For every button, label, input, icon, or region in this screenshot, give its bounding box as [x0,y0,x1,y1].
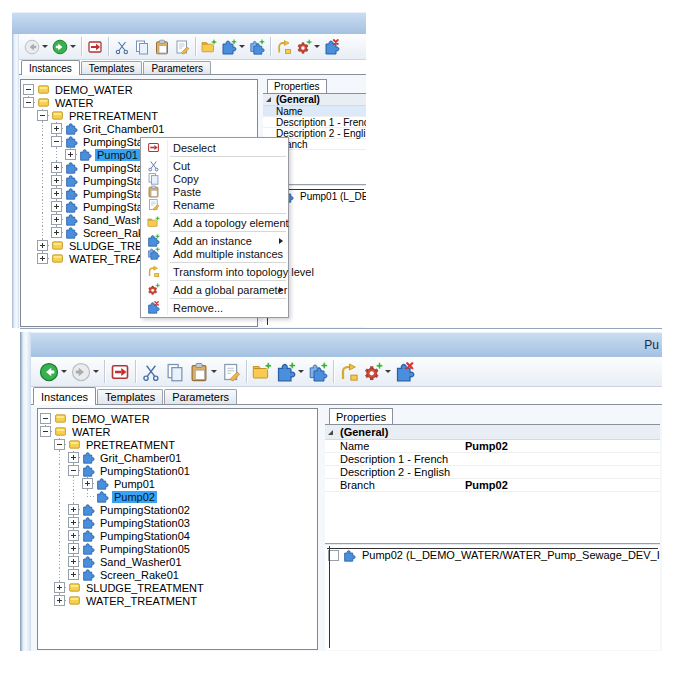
deselect-button[interactable] [85,38,105,56]
add-topology-element-button[interactable] [250,361,274,383]
expand-toggle-icon[interactable] [37,253,48,264]
add-global-parameter-button[interactable] [294,38,322,56]
expand-toggle-icon[interactable] [68,517,79,528]
tree-node-screen_rake01[interactable]: Screen_Rake01 [38,568,317,581]
property-row-description-1-french[interactable]: Description 1 - French [263,117,366,128]
tree-node-pumpingstation01[interactable]: PumpingStation01 [38,464,317,477]
forward-button[interactable] [50,38,78,56]
property-value[interactable]: Pump02 [465,479,660,491]
instance-reference-row[interactable]: Pump02 (L_DEMO_WATER/WATER_Pump_Sewage_D… [325,548,660,562]
back-button[interactable] [22,38,50,56]
copy-button[interactable] [132,38,152,56]
dropdown-arrow-icon[interactable] [239,45,245,48]
front-window-titlebar[interactable]: Pu [31,332,662,357]
menu-item-add-a-topology-element[interactable]: Add a topology element [141,216,288,229]
tab-instances[interactable]: Instances [21,60,80,75]
tree-node-sand_washer01[interactable]: Sand_Washer01 [38,555,317,568]
back-window-titlebar[interactable] [12,12,366,34]
menu-item-cut[interactable]: Cut [141,159,288,172]
collapse-toggle-icon[interactable] [54,439,65,450]
transform-into-topology-level-button[interactable] [274,38,294,56]
menu-item-deselect[interactable]: Deselect [141,141,288,154]
property-row-description-2-english[interactable]: Description 2 - English [325,466,660,479]
tree-node-water[interactable]: WATER [38,425,317,438]
tab-instances[interactable]: Instances [33,387,96,405]
collapse-toggle-icon[interactable] [68,465,79,476]
tree-node-pumpingstation02[interactable]: PumpingStation02 [38,503,317,516]
tree-node-water[interactable]: WATER [21,96,257,109]
tree-node-sludge_treatment[interactable]: SLUDGE_TREATMENT [38,581,317,594]
menu-item-paste[interactable]: Paste [141,185,288,198]
expand-toggle-icon[interactable] [51,162,62,173]
front-properties-tab[interactable]: Properties [329,408,393,425]
expand-toggle-icon[interactable] [82,478,93,489]
menu-item-remove[interactable]: Remove... [141,301,288,314]
expand-toggle-icon[interactable] [68,452,79,463]
expand-toggle-icon[interactable] [37,240,48,251]
expand-toggle-icon[interactable] [68,569,79,580]
collapse-toggle-icon[interactable] [37,110,48,121]
property-value[interactable]: Pump02 [465,440,660,452]
tree-node-pretreatment[interactable]: PRETREATMENT [38,438,317,451]
tree-node-demo_water[interactable]: DEMO_WATER [38,412,317,425]
dropdown-arrow-icon[interactable] [42,45,48,48]
back-properties-tab[interactable]: Properties [267,79,327,94]
tab-parameters[interactable]: Parameters [143,61,211,74]
expand-toggle-icon[interactable] [65,149,76,160]
dropdown-arrow-icon[interactable] [385,370,391,373]
dropdown-arrow-icon[interactable] [70,45,76,48]
tree-node-pumpingstation03[interactable]: PumpingStation03 [38,516,317,529]
expand-toggle-icon[interactable] [51,123,62,134]
collapse-toggle-icon[interactable] [23,97,34,108]
expand-toggle-icon[interactable] [68,504,79,515]
expand-toggle-icon[interactable] [68,530,79,541]
expand-toggle-icon[interactable] [328,550,339,561]
add-global-parameter-button[interactable] [361,361,393,383]
add-instance-button[interactable] [219,38,247,56]
menu-item-transform-into-topology-level[interactable]: Transform into topology level [141,265,288,278]
add-topology-element-button[interactable] [199,38,219,56]
expand-toggle-icon[interactable] [51,201,62,212]
tab-templates[interactable]: Templates [97,389,163,404]
expand-toggle-icon[interactable] [54,595,65,606]
dropdown-arrow-icon[interactable] [211,370,217,373]
expand-toggle-icon[interactable] [68,556,79,567]
property-row-name[interactable]: Name [263,106,366,117]
property-row-description-1-french[interactable]: Description 1 - French [325,453,660,466]
dropdown-arrow-icon[interactable] [298,370,304,373]
category-collapse-icon[interactable] [328,430,333,435]
paste-button[interactable] [187,361,219,383]
tab-parameters[interactable]: Parameters [164,389,237,404]
tree-node-pumpingstation04[interactable]: PumpingStation04 [38,529,317,542]
tree-node-water_treatment[interactable]: WATER_TREATMENT [38,594,317,607]
collapse-toggle-icon[interactable] [51,136,62,147]
collapse-toggle-icon[interactable] [40,413,51,424]
collapse-toggle-icon[interactable] [40,426,51,437]
dropdown-arrow-icon[interactable] [61,370,67,373]
tree-node-demo_water[interactable]: DEMO_WATER [21,83,257,96]
rename-button[interactable] [172,38,192,56]
properties-category-header[interactable]: (General) [263,94,366,106]
menu-item-add-multiple-instances[interactable]: Add multiple instances [141,247,288,260]
menu-item-rename[interactable]: Rename [141,198,288,211]
collapse-toggle-icon[interactable] [23,84,34,95]
tree-node-pumpingstation05[interactable]: PumpingStation05 [38,542,317,555]
cut-button[interactable] [139,361,163,383]
cut-button[interactable] [112,38,132,56]
remove-button[interactable] [322,38,342,56]
expand-toggle-icon[interactable] [51,175,62,186]
add-multiple-instances-button[interactable] [247,38,267,56]
properties-category-header[interactable]: (General) [325,425,660,440]
remove-button[interactable] [393,361,417,383]
menu-item-copy[interactable]: Copy [141,172,288,185]
tree-node-grit_chamber01[interactable]: Grit_Chamber01 [21,122,257,135]
property-row-name[interactable]: NamePump02 [325,440,660,453]
expand-toggle-icon[interactable] [51,188,62,199]
add-instance-button[interactable] [274,361,306,383]
deselect-button[interactable] [108,361,132,383]
back-button[interactable] [37,361,69,383]
tab-templates[interactable]: Templates [81,61,143,74]
tree-node-pump01[interactable]: Pump01 [38,477,317,490]
category-collapse-icon[interactable] [266,97,271,102]
dropdown-arrow-icon[interactable] [314,45,320,48]
